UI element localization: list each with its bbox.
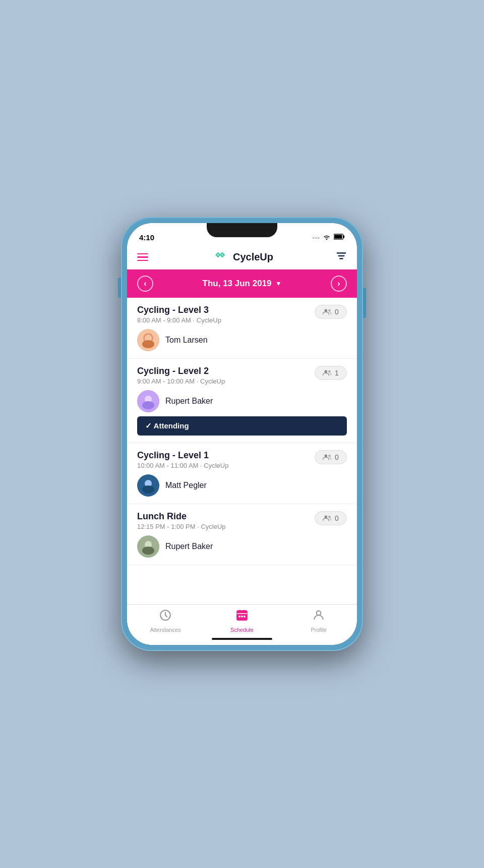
logo-text: CycleUp bbox=[233, 251, 273, 263]
class-item-2[interactable]: Cycling - Level 2 9:00 AM - 10:00 AM · C… bbox=[127, 359, 357, 443]
class-title-2: Cycling - Level 2 bbox=[137, 366, 225, 376]
avatar-2 bbox=[137, 390, 159, 412]
class-info-3: Cycling - Level 1 10:00 AM - 11:00 AM · … bbox=[137, 450, 228, 469]
tab-label-profile: Profile bbox=[311, 627, 326, 633]
svg-rect-31 bbox=[239, 616, 240, 617]
attendee-count-4: 0 bbox=[335, 514, 339, 522]
instructor-name-4: Rupert Baker bbox=[165, 542, 213, 551]
svg-point-5 bbox=[325, 309, 327, 312]
status-time: 4:10 bbox=[139, 233, 154, 242]
attending-bar[interactable]: ✓ Attending bbox=[137, 416, 347, 436]
svg-point-3 bbox=[217, 253, 219, 255]
svg-point-16 bbox=[325, 455, 327, 457]
prev-date-button[interactable]: ‹ bbox=[137, 276, 153, 292]
home-bar bbox=[212, 638, 272, 640]
instructor-row-2: Rupert Baker bbox=[137, 390, 347, 412]
instructor-name-1: Tom Larsen bbox=[165, 336, 208, 345]
svg-point-17 bbox=[328, 455, 331, 457]
bottom-tabs: Attendances bbox=[127, 604, 357, 635]
svg-point-20 bbox=[142, 485, 154, 494]
home-indicator bbox=[127, 635, 357, 645]
instructor-name-2: Rupert Baker bbox=[165, 397, 213, 406]
tab-schedule[interactable]: Schedule bbox=[204, 609, 280, 633]
class-time-1: 8:00 AM - 9:00 AM · CycleUp bbox=[137, 316, 221, 324]
class-time-3: 10:00 AM - 11:00 AM · CycleUp bbox=[137, 462, 228, 469]
instructor-row-4: Rupert Baker bbox=[137, 535, 347, 558]
signal-icon: ···· bbox=[313, 234, 320, 241]
attendee-badge-3[interactable]: 0 bbox=[315, 450, 347, 464]
phone-frame: 4:10 ···· bbox=[121, 217, 363, 651]
tab-label-schedule: Schedule bbox=[230, 627, 254, 633]
next-date-button[interactable]: › bbox=[331, 276, 347, 292]
svg-point-4 bbox=[221, 253, 223, 255]
svg-rect-32 bbox=[241, 616, 243, 617]
schedule-list: Cycling - Level 3 8:00 AM - 9:00 AM · Cy… bbox=[127, 298, 357, 604]
instructor-name-3: Matt Pegler bbox=[165, 481, 207, 490]
svg-rect-30 bbox=[244, 610, 245, 612]
date-text: Thu, 13 Jun 2019 bbox=[203, 279, 272, 289]
attendee-badge-1[interactable]: 0 bbox=[315, 305, 347, 319]
svg-rect-1 bbox=[343, 235, 345, 238]
class-item-1[interactable]: Cycling - Level 3 8:00 AM - 9:00 AM · Cy… bbox=[127, 298, 357, 359]
class-item-4[interactable]: Lunch Ride 12:15 PM - 1:00 PM · CycleUp … bbox=[127, 504, 357, 565]
svg-rect-33 bbox=[244, 616, 245, 617]
status-icons: ···· bbox=[313, 234, 345, 241]
class-title-4: Lunch Ride bbox=[137, 511, 226, 522]
svg-point-21 bbox=[325, 516, 327, 518]
avatar-1 bbox=[137, 329, 159, 351]
svg-point-6 bbox=[328, 309, 331, 312]
status-bar: 4:10 ···· bbox=[127, 223, 357, 245]
svg-rect-28 bbox=[237, 611, 247, 615]
svg-point-11 bbox=[325, 370, 327, 373]
class-time-2: 9:00 AM - 10:00 AM · CycleUp bbox=[137, 377, 225, 385]
svg-point-25 bbox=[142, 547, 154, 555]
battery-icon bbox=[334, 234, 345, 241]
screen: 4:10 ···· bbox=[127, 223, 357, 645]
instructor-row-3: Matt Pegler bbox=[137, 474, 347, 497]
clock-icon bbox=[159, 609, 172, 625]
chevron-down-icon: ▼ bbox=[276, 280, 282, 287]
date-label[interactable]: Thu, 13 Jun 2019 ▼ bbox=[203, 279, 282, 289]
svg-point-10 bbox=[142, 340, 154, 348]
svg-point-15 bbox=[142, 401, 154, 409]
notch bbox=[207, 223, 277, 237]
logo: CycleUp bbox=[211, 251, 273, 263]
instructor-row-1: Tom Larsen bbox=[137, 329, 347, 351]
wifi-icon bbox=[323, 234, 331, 241]
svg-point-12 bbox=[328, 370, 331, 373]
avatar-4 bbox=[137, 535, 159, 558]
calendar-icon bbox=[235, 609, 249, 625]
attendee-badge-2[interactable]: 1 bbox=[315, 366, 347, 380]
app-header: CycleUp bbox=[127, 245, 357, 269]
logo-icon bbox=[211, 251, 229, 263]
class-title-1: Cycling - Level 3 bbox=[137, 305, 221, 315]
class-time-4: 12:15 PM - 1:00 PM · CycleUp bbox=[137, 523, 226, 530]
attendee-count-2: 1 bbox=[335, 369, 339, 377]
tab-label-attendances: Attendances bbox=[150, 627, 180, 633]
avatar-3 bbox=[137, 474, 159, 497]
svg-rect-29 bbox=[239, 610, 240, 612]
tab-profile[interactable]: Profile bbox=[280, 609, 357, 633]
attending-label: ✓ Attending bbox=[145, 421, 189, 430]
svg-rect-2 bbox=[334, 235, 342, 239]
class-info-4: Lunch Ride 12:15 PM - 1:00 PM · CycleUp bbox=[137, 511, 226, 530]
tab-attendances[interactable]: Attendances bbox=[127, 609, 204, 633]
filter-button[interactable] bbox=[336, 250, 347, 264]
attendee-badge-4[interactable]: 0 bbox=[315, 511, 347, 525]
hamburger-button[interactable] bbox=[137, 253, 148, 261]
person-icon bbox=[312, 609, 325, 625]
svg-point-22 bbox=[328, 516, 331, 518]
class-item-3[interactable]: Cycling - Level 1 10:00 AM - 11:00 AM · … bbox=[127, 443, 357, 504]
attendee-count-3: 0 bbox=[335, 453, 339, 461]
class-info-1: Cycling - Level 3 8:00 AM - 9:00 AM · Cy… bbox=[137, 305, 221, 324]
phone-inner: 4:10 ···· bbox=[127, 223, 357, 645]
svg-point-34 bbox=[317, 611, 321, 615]
class-title-3: Cycling - Level 1 bbox=[137, 450, 228, 461]
class-info-2: Cycling - Level 2 9:00 AM - 10:00 AM · C… bbox=[137, 366, 225, 385]
attendee-count-1: 0 bbox=[335, 308, 339, 316]
date-bar: ‹ Thu, 13 Jun 2019 ▼ › bbox=[127, 269, 357, 298]
